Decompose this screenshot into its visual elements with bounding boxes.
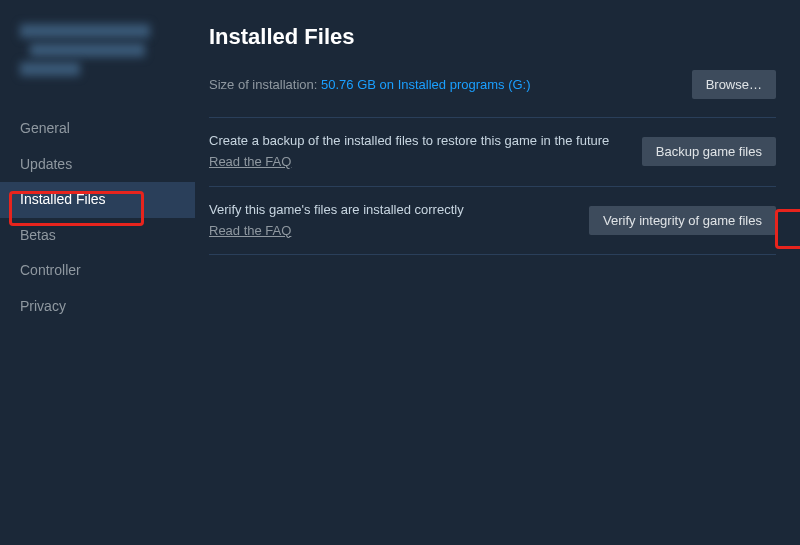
verify-integrity-button[interactable]: Verify integrity of game files — [589, 206, 776, 235]
sidebar: General Updates Installed Files Betas Co… — [0, 0, 195, 545]
backup-faq-link[interactable]: Read the FAQ — [209, 153, 291, 172]
backup-description: Create a backup of the installed files t… — [209, 133, 609, 148]
page-title: Installed Files — [209, 24, 776, 50]
sidebar-item-general[interactable]: General — [0, 111, 195, 147]
redacted-text — [20, 24, 150, 38]
install-size-row: Size of installation: 50.76 GB on Instal… — [209, 70, 776, 118]
redacted-text — [20, 62, 80, 76]
verify-faq-link[interactable]: Read the FAQ — [209, 222, 291, 241]
sidebar-item-installed-files[interactable]: Installed Files — [0, 182, 195, 218]
verify-row: Verify this game's files are installed c… — [209, 187, 776, 256]
highlight-verify-annotation — [775, 209, 800, 249]
sidebar-header — [0, 24, 195, 93]
sidebar-item-controller[interactable]: Controller — [0, 253, 195, 289]
main-content: Installed Files Size of installation: 50… — [195, 0, 800, 545]
browse-button[interactable]: Browse… — [692, 70, 776, 99]
verify-description: Verify this game's files are installed c… — [209, 202, 464, 217]
sidebar-item-betas[interactable]: Betas — [0, 218, 195, 254]
redacted-text — [30, 43, 145, 57]
size-value-link[interactable]: 50.76 GB on Installed programs (G:) — [321, 77, 531, 92]
sidebar-item-privacy[interactable]: Privacy — [0, 289, 195, 325]
backup-row: Create a backup of the installed files t… — [209, 118, 776, 187]
sidebar-item-updates[interactable]: Updates — [0, 147, 195, 183]
backup-game-files-button[interactable]: Backup game files — [642, 137, 776, 166]
size-label: Size of installation: — [209, 77, 321, 92]
